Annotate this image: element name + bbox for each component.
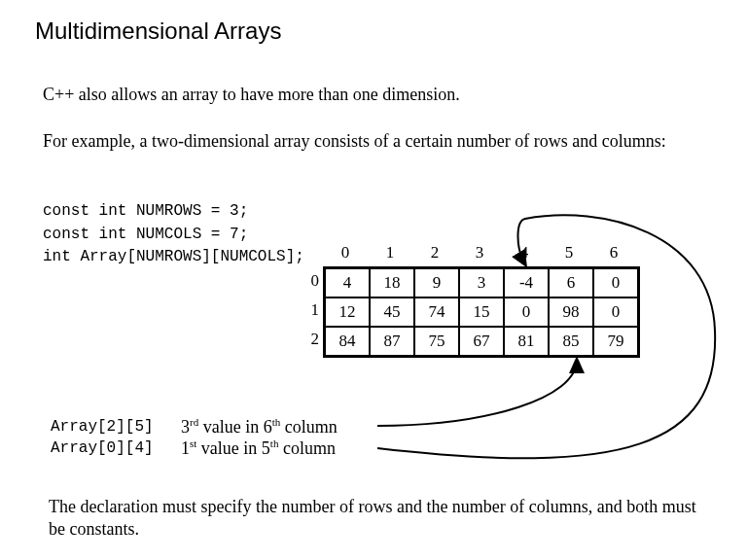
text: value in 5	[196, 438, 269, 458]
cell: 74	[414, 298, 459, 327]
cell: 85	[549, 327, 593, 356]
row-header: 1	[300, 296, 319, 325]
cell: 18	[370, 268, 414, 298]
table-row: 84 87 75 67 81 85 79	[325, 327, 638, 356]
ordinal-suffix: th	[272, 416, 281, 428]
text: 1	[181, 438, 190, 458]
col-header: 0	[323, 243, 368, 262]
text: value in 6	[198, 417, 271, 437]
cell: 87	[370, 327, 414, 356]
code-line-numcols: const int NUMCOLS = 7;	[43, 226, 248, 243]
cell: 3	[459, 268, 504, 298]
page-title: Multidimensional Arrays	[35, 18, 281, 45]
cell: 79	[593, 327, 638, 356]
closing-paragraph: The declaration must specify the number …	[49, 496, 710, 542]
cell: 6	[549, 268, 593, 298]
cell: 0	[504, 298, 549, 327]
cell: 4	[325, 268, 370, 298]
code-line-numrows: const int NUMROWS = 3;	[43, 202, 248, 220]
cell: 12	[325, 298, 370, 327]
cell: 45	[370, 298, 414, 327]
array-ref-25-desc: 3rd value in 6th column	[181, 416, 338, 438]
cell: 67	[459, 327, 504, 356]
col-header: 1	[368, 243, 412, 262]
col-header: 6	[591, 243, 636, 262]
intro-paragraph-2: For example, a two-dimensional array con…	[43, 130, 704, 153]
array-ref-25: Array[2][5]	[51, 418, 154, 436]
cell: 98	[549, 298, 593, 327]
col-header: 2	[412, 243, 457, 262]
ordinal-suffix: rd	[190, 416, 198, 428]
text: column	[280, 417, 338, 437]
array-ref-04-desc: 1st value in 5th column	[181, 438, 336, 459]
cell: 81	[504, 327, 549, 356]
row-header: 0	[300, 266, 319, 296]
cell: 75	[414, 327, 459, 356]
code-line-array-decl: int Array[NUMROWS][NUMCOLS];	[43, 248, 304, 265]
row-header: 2	[300, 325, 319, 354]
array-grid: 4 18 9 3 -4 6 0 12 45 74 15 0 98 0 84 87…	[323, 266, 640, 358]
cell: -4	[504, 268, 549, 298]
cell: 9	[414, 268, 459, 298]
table-row: 12 45 74 15 0 98 0	[325, 298, 638, 327]
col-header: 4	[502, 243, 547, 262]
text: 3	[181, 417, 190, 437]
cell: 0	[593, 268, 638, 298]
cell: 84	[325, 327, 370, 356]
col-header: 3	[457, 243, 502, 262]
intro-paragraph-1: C++ also allows an array to have more th…	[43, 84, 704, 106]
table-row: 4 18 9 3 -4 6 0	[325, 268, 638, 298]
cell: 15	[459, 298, 504, 327]
text: column	[278, 438, 336, 458]
array-ref-04: Array[0][4]	[51, 439, 154, 457]
cell: 0	[593, 298, 638, 327]
col-header: 5	[547, 243, 591, 262]
